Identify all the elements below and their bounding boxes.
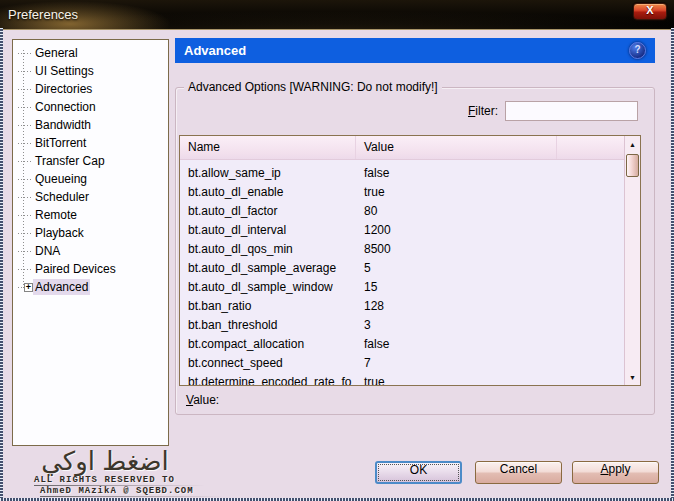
filter-label: Filter: <box>468 104 498 118</box>
sidebar-item-label: Remote <box>33 207 79 223</box>
table-body: bt.allow_same_ip false bt.auto_dl_enable… <box>180 160 625 385</box>
tree-connector <box>18 179 31 180</box>
sidebar-item-connection[interactable]: Connection <box>13 98 168 116</box>
sidebar-item-label: Directories <box>33 81 94 97</box>
tree-connector <box>18 215 31 216</box>
table-header[interactable]: Name Value <box>180 136 625 160</box>
tree-connector <box>18 125 31 126</box>
table-row[interactable]: bt.auto_dl_sample_window 15 <box>180 277 625 296</box>
tree-connector <box>18 89 31 90</box>
ok-button[interactable]: OK <box>375 461 462 484</box>
setting-name: bt.ban_ratio <box>180 299 356 313</box>
watermark-rights-line: ALL RIGHTS RESERVED TO <box>34 475 175 485</box>
sidebar-item-label: Queueing <box>33 171 89 187</box>
table-row[interactable]: bt.auto_dl_factor 80 <box>180 201 625 220</box>
sidebar-item-general[interactable]: General <box>13 44 168 62</box>
setting-name: bt.connect_speed <box>180 356 356 370</box>
sidebar-item-remote[interactable]: Remote <box>13 206 168 224</box>
column-header-value[interactable]: Value <box>356 136 557 159</box>
setting-name: bt.allow_same_ip <box>180 166 356 180</box>
setting-value: true <box>356 375 625 386</box>
help-button[interactable]: ? <box>629 42 646 59</box>
tree-connector <box>18 71 31 72</box>
filter-row: Filter: <box>468 101 638 121</box>
setting-value: false <box>356 166 625 180</box>
cancel-button[interactable]: Cancel <box>475 461 562 484</box>
setting-name: bt.auto_dl_factor <box>180 204 356 218</box>
table-row[interactable]: bt.auto_dl_enable true <box>180 182 625 201</box>
watermark-arabic: اضغط اوكي <box>40 447 170 475</box>
settings-table: Name Value bt.allow_same_ip false bt.aut… <box>179 135 641 386</box>
sidebar-item-label: Advanced <box>33 279 90 295</box>
sidebar-item-directories[interactable]: Directories <box>13 80 168 98</box>
sidebar-item-playback[interactable]: Playback <box>13 224 168 242</box>
setting-value: 8500 <box>356 242 625 256</box>
window-edge-left <box>0 28 3 501</box>
setting-value: false <box>356 337 625 351</box>
setting-value: true <box>356 185 625 199</box>
sidebar-item-transfer-cap[interactable]: Transfer Cap <box>13 152 168 170</box>
close-button[interactable]: X <box>633 3 667 20</box>
tree-connector <box>18 251 31 252</box>
value-label: Value: <box>186 393 219 407</box>
setting-name: bt.auto_dl_enable <box>180 185 356 199</box>
sidebar-item-bandwidth[interactable]: Bandwidth <box>13 116 168 134</box>
tree-connector <box>18 197 31 198</box>
groupbox-legend: Advanced Options [WARNING: Do not modify… <box>184 80 442 94</box>
apply-button[interactable]: Apply <box>572 461 659 484</box>
scroll-down-icon[interactable]: ▼ <box>625 374 640 381</box>
sidebar-item-label: DNA <box>33 243 62 259</box>
table-row[interactable]: bt.auto_dl_sample_average 5 <box>180 258 625 277</box>
table-row[interactable]: bt.connect_speed 7 <box>180 353 625 372</box>
expand-icon[interactable]: + <box>24 283 33 292</box>
scrollbar-thumb[interactable] <box>626 154 639 177</box>
setting-name: bt.compact_allocation <box>180 337 356 351</box>
advanced-options-group: Advanced Options [WARNING: Do not modify… <box>175 87 655 415</box>
setting-name: bt.auto_dl_qos_min <box>180 242 356 256</box>
sidebar-item-label: Bandwidth <box>33 117 93 133</box>
sidebar-item-ui-settings[interactable]: UI Settings <box>13 62 168 80</box>
scroll-up-icon[interactable]: ▲ <box>625 141 640 148</box>
settings-tree: General UI Settings Directories Connecti… <box>12 39 169 446</box>
sidebar-item-dna[interactable]: DNA <box>13 242 168 260</box>
table-row[interactable]: bt.auto_dl_qos_min 8500 <box>180 239 625 258</box>
sidebar-item-label: Transfer Cap <box>33 153 107 169</box>
table-row[interactable]: bt.determine_encoded_rate_fo true <box>180 372 625 385</box>
setting-value: 15 <box>356 280 625 294</box>
table-scrollbar[interactable]: ▲ ▼ <box>624 136 640 385</box>
sidebar-item-paired-devices[interactable]: Paired Devices <box>13 260 168 278</box>
setting-value: 7 <box>356 356 625 370</box>
setting-name: bt.auto_dl_sample_average <box>180 261 356 275</box>
titlebar[interactable]: Preferences X <box>0 0 674 30</box>
setting-value: 1200 <box>356 223 625 237</box>
close-icon: X <box>646 4 653 16</box>
tree-connector <box>18 287 22 288</box>
table-row[interactable]: bt.allow_same_ip false <box>180 163 625 182</box>
setting-value: 80 <box>356 204 625 218</box>
setting-value: 5 <box>356 261 625 275</box>
setting-name: bt.auto_dl_sample_window <box>180 280 356 294</box>
filter-input[interactable] <box>505 101 638 121</box>
column-header-name[interactable]: Name <box>180 136 356 159</box>
table-row[interactable]: bt.ban_ratio 128 <box>180 296 625 315</box>
sidebar-item-queueing[interactable]: Queueing <box>13 170 168 188</box>
sidebar-item-bittorrent[interactable]: BitTorrent <box>13 134 168 152</box>
tree-connector <box>18 53 31 54</box>
section-header: Advanced ? <box>175 38 655 63</box>
tree-connector <box>18 143 31 144</box>
tree-connector <box>18 233 31 234</box>
tree-connector <box>18 269 31 270</box>
table-row[interactable]: bt.auto_dl_interval 1200 <box>180 220 625 239</box>
tree-connector <box>18 161 31 162</box>
sidebar-item-label: General <box>33 45 80 61</box>
watermark-author-line: AhmeD MAzikA @ SQEBD.COM <box>40 486 194 496</box>
table-row[interactable]: bt.compact_allocation false <box>180 334 625 353</box>
sidebar-item-label: Scheduler <box>33 189 91 205</box>
column-header-extra <box>557 136 625 159</box>
sidebar-item-label: Connection <box>33 99 98 115</box>
table-row[interactable]: bt.ban_threshold 3 <box>180 315 625 334</box>
sidebar-item-advanced[interactable]: + Advanced <box>13 278 168 296</box>
setting-name: bt.auto_dl_interval <box>180 223 356 237</box>
sidebar-item-label: UI Settings <box>33 63 96 79</box>
sidebar-item-scheduler[interactable]: Scheduler <box>13 188 168 206</box>
